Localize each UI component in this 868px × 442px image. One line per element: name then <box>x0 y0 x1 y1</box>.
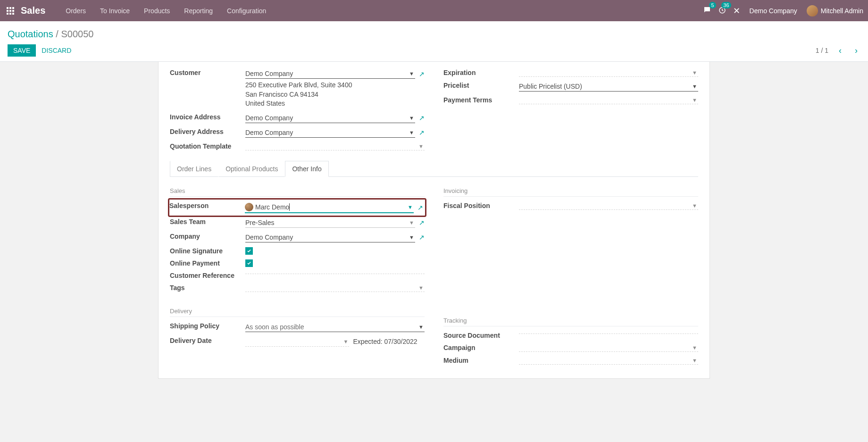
delivery-date-field[interactable]: ▼ <box>245 337 349 347</box>
delivery-address-field[interactable]: Demo Company ▼ <box>245 128 415 138</box>
salesperson-external-link-icon[interactable]: ↗ <box>417 204 423 211</box>
company-external-link-icon[interactable]: ↗ <box>419 234 425 241</box>
salesperson-field[interactable]: Marc Demo ▼ <box>245 202 414 213</box>
campaign-field[interactable]: ▼ <box>519 344 698 352</box>
source-document-field[interactable] <box>519 332 698 334</box>
section-header-delivery: Delivery <box>170 308 425 317</box>
chevron-down-icon: ▼ <box>417 285 425 291</box>
sales-team-value: Pre-Sales <box>245 219 274 226</box>
timer-icon[interactable]: 36 <box>718 6 726 16</box>
chevron-down-icon: ▼ <box>691 83 698 89</box>
customer-reference-label: Customer Reference <box>170 269 245 282</box>
salesperson-value: Marc Demo <box>255 203 289 211</box>
fiscal-position-field[interactable]: ▼ <box>519 202 698 210</box>
source-document-label: Source Document <box>443 329 519 342</box>
avatar-icon <box>807 5 818 17</box>
nav-to-invoice[interactable]: To Invoice <box>93 7 137 15</box>
fiscal-position-label: Fiscal Position <box>443 200 519 212</box>
brand-title[interactable]: Sales <box>21 5 45 16</box>
invoice-address-field[interactable]: Demo Company ▼ <box>245 113 415 123</box>
nav-reporting[interactable]: Reporting <box>177 7 220 15</box>
sales-team-label: Sales Team <box>170 216 245 230</box>
timer-badge: 36 <box>721 2 731 8</box>
tabs: Order Lines Optional Products Other Info <box>170 160 698 177</box>
chevron-down-icon: ▼ <box>691 358 698 363</box>
invoice-external-link-icon[interactable]: ↗ <box>419 114 425 122</box>
pricelist-field[interactable]: Public Pricelist (USD) ▼ <box>519 82 698 92</box>
campaign-label: Campaign <box>443 342 519 354</box>
pricelist-label: Pricelist <box>443 79 519 94</box>
user-name: Mitchell Admin <box>821 7 863 15</box>
chevron-down-icon: ▼ <box>691 97 698 103</box>
chat-icon[interactable]: 5 <box>703 6 711 16</box>
chevron-down-icon: ▼ <box>417 324 425 330</box>
chevron-down-icon: ▼ <box>408 220 415 225</box>
shipping-policy-label: Shipping Policy <box>170 320 245 334</box>
chevron-down-icon: ▼ <box>408 130 415 135</box>
sales-team-external-link-icon[interactable]: ↗ <box>419 219 425 226</box>
customer-field[interactable]: Demo Company ▼ <box>245 69 415 79</box>
medium-label: Medium <box>443 354 519 367</box>
customer-addr-line2: San Francisco CA 94134 <box>245 90 425 100</box>
customer-reference-field[interactable] <box>245 272 425 274</box>
expiration-field[interactable]: ▼ <box>519 69 698 77</box>
invoice-address-label: Invoice Address <box>170 111 245 125</box>
delivery-external-link-icon[interactable]: ↗ <box>419 129 425 136</box>
breadcrumb: Quotations / S00050 <box>8 29 860 40</box>
salesperson-highlight: Salesperson Marc Demo <box>168 198 426 217</box>
nav-orders[interactable]: Orders <box>58 7 93 15</box>
pager: 1 / 1 ‹ › <box>816 45 860 56</box>
nav-products[interactable]: Products <box>137 7 177 15</box>
delivery-address-label: Delivery Address <box>170 125 245 140</box>
breadcrumb-root[interactable]: Quotations <box>8 29 53 39</box>
invoice-address-value: Demo Company <box>245 114 293 122</box>
control-bar: Quotations / S00050 SAVE DISCARD 1 / 1 ‹… <box>0 21 868 62</box>
payment-terms-field[interactable]: ▼ <box>519 96 698 104</box>
chevron-down-icon: ▼ <box>408 115 415 121</box>
top-nav: Orders To Invoice Products Reporting Con… <box>58 7 273 15</box>
company-value: Demo Company <box>245 234 293 241</box>
pager-text: 1 / 1 <box>816 47 828 54</box>
pager-next-button[interactable]: › <box>852 45 860 56</box>
company-switcher[interactable]: Demo Company <box>747 7 800 15</box>
discard-button[interactable]: DISCARD <box>36 44 77 57</box>
pager-prev-button[interactable]: ‹ <box>836 45 844 56</box>
payment-terms-label: Payment Terms <box>443 94 519 107</box>
chevron-down-icon: ▼ <box>342 339 350 344</box>
tab-order-lines[interactable]: Order Lines <box>170 161 218 177</box>
section-header-sales: Sales <box>170 187 425 197</box>
section-header-tracking: Tracking <box>443 317 698 326</box>
top-navbar: Sales Orders To Invoice Products Reporti… <box>0 0 868 21</box>
company-label: Company <box>170 230 245 245</box>
online-signature-label: Online Signature <box>170 245 245 257</box>
sales-team-field[interactable]: Pre-Sales ▼ <box>245 218 415 228</box>
customer-addr-line1: 250 Executive Park Blvd, Suite 3400 <box>245 81 425 90</box>
close-icon[interactable]: ✕ <box>733 6 740 16</box>
chat-badge: 5 <box>709 2 716 8</box>
customer-external-link-icon[interactable]: ↗ <box>419 70 425 78</box>
delivery-address-value: Demo Company <box>245 129 293 136</box>
quotation-template-label: Quotation Template <box>170 140 245 153</box>
user-menu[interactable]: Mitchell Admin <box>807 5 863 17</box>
tab-optional-products[interactable]: Optional Products <box>218 161 285 177</box>
tags-field[interactable]: ▼ <box>245 284 425 292</box>
tab-other-info[interactable]: Other Info <box>285 161 328 177</box>
nav-configuration[interactable]: Configuration <box>220 7 273 15</box>
expiration-label: Expiration <box>443 67 519 79</box>
form-sheet: Customer Demo Company ▼ ↗ <box>158 62 710 379</box>
delivery-date-label: Delivery Date <box>170 334 245 349</box>
online-signature-checkbox[interactable] <box>245 247 253 255</box>
company-field[interactable]: Demo Company ▼ <box>245 233 415 242</box>
shipping-policy-field[interactable]: As soon as possible ▼ <box>245 322 425 332</box>
chevron-down-icon: ▼ <box>691 203 698 208</box>
pricelist-value: Public Pricelist (USD) <box>519 83 582 90</box>
customer-value: Demo Company <box>245 70 293 77</box>
save-button[interactable]: SAVE <box>8 44 36 57</box>
salesperson-label: Salesperson <box>169 200 245 216</box>
apps-icon[interactable] <box>7 7 14 15</box>
quotation-template-field[interactable]: ▼ <box>245 142 425 150</box>
medium-field[interactable]: ▼ <box>519 357 698 365</box>
online-payment-checkbox[interactable] <box>245 259 253 267</box>
chevron-down-icon: ▼ <box>691 70 698 75</box>
customer-addr-line3: United States <box>245 99 425 108</box>
